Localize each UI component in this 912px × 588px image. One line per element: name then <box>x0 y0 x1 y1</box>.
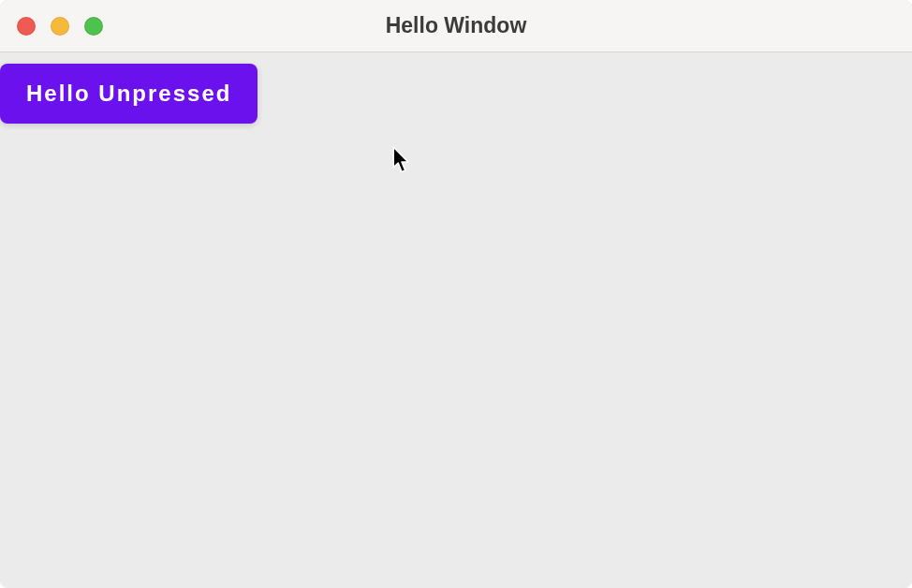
window-title: Hello Window <box>0 13 912 38</box>
traffic-lights <box>17 17 103 36</box>
window-content: Hello Unpressed <box>0 52 912 588</box>
minimize-icon[interactable] <box>51 17 69 36</box>
titlebar: Hello Window <box>0 0 912 52</box>
maximize-icon[interactable] <box>84 17 103 36</box>
app-window: Hello Window Hello Unpressed <box>0 0 912 588</box>
close-icon[interactable] <box>17 17 36 36</box>
hello-button[interactable]: Hello Unpressed <box>0 64 257 124</box>
cursor-icon <box>391 146 412 174</box>
